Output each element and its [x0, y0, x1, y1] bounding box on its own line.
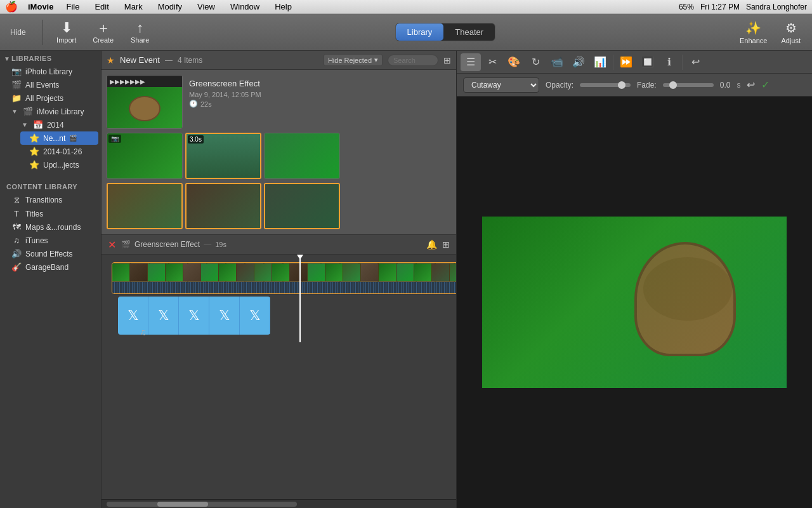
fade-confirm-button[interactable]: ✓	[761, 79, 769, 91]
menu-edit[interactable]: Edit	[92, 2, 111, 11]
sidebar-item-2014[interactable]: ▼ 📅 2014	[13, 118, 98, 131]
speed-button[interactable]: ⏩	[616, 53, 636, 71]
import-button[interactable]: ⬇ Import	[51, 18, 82, 46]
event-upd-label: Upd...jects	[43, 161, 79, 170]
year-icon: 📅	[33, 120, 43, 130]
crop-button[interactable]: ✂	[482, 53, 502, 71]
opacity-slider-thumb[interactable]	[618, 81, 625, 89]
fade-slider[interactable]	[663, 83, 714, 87]
event-upd-icon: ⭐	[29, 160, 39, 170]
create-button[interactable]: ＋ Create	[88, 18, 119, 46]
timeline-scrollbar[interactable]	[107, 502, 297, 507]
sidebar-item-all-events[interactable]: 🎬 All Events	[3, 78, 98, 91]
share-button[interactable]: ↑ Share	[124, 18, 156, 46]
sidebar-item-titles[interactable]: T Titles	[3, 207, 98, 220]
clip-small-3[interactable]	[264, 133, 340, 179]
sidebar-item-event-2014[interactable]: ⭐ 2014-01-26	[20, 145, 98, 158]
year-label: 2014	[47, 121, 64, 130]
sidebar-item-garageband[interactable]: 🎸 GarageBand	[3, 260, 98, 274]
clapperboard-icon: ▶▶▶▶▶▶▶	[110, 78, 145, 85]
libraries-header[interactable]: ▼ LIBRARIES	[0, 51, 101, 65]
library-button[interactable]: Library	[396, 23, 444, 41]
search-input[interactable]	[388, 55, 438, 66]
apple-menu[interactable]: 🍎	[5, 1, 18, 13]
volume-button[interactable]: 🔊	[568, 53, 589, 71]
enhance-button[interactable]: ✨ Enhance	[735, 18, 772, 47]
event-title: New Event	[120, 55, 160, 65]
grid-view-button[interactable]: ⊞	[443, 55, 451, 65]
hide-button[interactable]: Hide	[6, 27, 30, 38]
hide-rejected-button[interactable]: Hide Rejected ▾	[324, 54, 383, 66]
equalizer-button[interactable]: 📊	[590, 53, 610, 71]
frame-11	[290, 264, 308, 281]
clip-small-6[interactable]	[264, 183, 340, 229]
menu-mark[interactable]: Mark	[122, 2, 145, 11]
crop-rotate-button[interactable]: ↻	[525, 53, 546, 71]
imovie-library-label: iMovie Library	[37, 107, 84, 116]
info-button[interactable]: ℹ	[659, 53, 679, 71]
menu-view[interactable]: View	[195, 2, 218, 11]
fade-label: Fade:	[637, 81, 657, 90]
preview-area	[457, 97, 812, 508]
clip-small-2[interactable]: 3.0s	[185, 133, 261, 179]
menu-modify[interactable]: Modify	[155, 2, 185, 11]
toolbar-left: Hide	[6, 27, 30, 38]
stabilize-button[interactable]: 📹	[547, 53, 567, 71]
timeline: 𝕏 𝕏 𝕏 𝕏 𝕏 ♫	[102, 255, 456, 508]
library-theater-switcher: Library Theater	[395, 23, 496, 41]
duration-value: 22s	[200, 100, 212, 108]
main-track-container[interactable]	[112, 262, 456, 294]
undo-button[interactable]: ↩	[685, 53, 705, 71]
main-toolbar: Hide ⬇ Import ＋ Create ↑ Share Library T…	[0, 14, 812, 51]
clip-view-button[interactable]: ☰	[461, 53, 481, 71]
sidebar-item-itunes[interactable]: ♫ iTunes	[3, 234, 98, 247]
clip-small-4[interactable]	[107, 183, 183, 229]
imovie-library-icon: 🎬	[23, 107, 33, 116]
year-2014-group: ▼ 📅 2014 ⭐ Ne...nt 🎬 ⭐ 2014-01-26	[10, 118, 101, 171]
maps-label: Maps &...rounds	[25, 223, 81, 232]
event-separator: —	[165, 56, 173, 65]
sidebar-item-iphoto[interactable]: 📷 iPhoto Library	[3, 65, 98, 78]
adjust-button[interactable]: ⚙ Adjust	[776, 18, 806, 47]
clip-small-1[interactable]: 📷	[107, 133, 183, 179]
menu-help[interactable]: Help	[272, 2, 294, 11]
event-ne-badge: 🎬	[69, 135, 77, 142]
close-timeline-button[interactable]: ✕	[108, 239, 116, 251]
theater-button[interactable]: Theater	[443, 23, 495, 41]
timeline-dash: —	[204, 240, 211, 249]
sidebar-item-transitions[interactable]: ⧖ Transitions	[3, 193, 98, 207]
menu-file[interactable]: File	[63, 2, 82, 11]
timeline-scroll-area[interactable]: 𝕏 𝕏 𝕏 𝕏 𝕏 ♫	[102, 255, 456, 499]
clip-large-1[interactable]: ▶▶▶▶▶▶▶	[107, 75, 183, 129]
sidebar-item-event-upd[interactable]: ⭐ Upd...jects	[20, 158, 98, 171]
timeline-right-buttons: 🔔 ⊞	[426, 239, 450, 250]
film-strip-icon: 🎬	[121, 240, 131, 249]
fade-undo-button[interactable]: ↩	[747, 79, 755, 91]
sidebar-item-maps[interactable]: 🗺 Maps &...rounds	[3, 220, 98, 234]
sidebar-item-sound-effects[interactable]: 🔊 Sound Effects	[3, 247, 98, 260]
music-note-icon: ♫	[140, 327, 147, 337]
sidebar-item-imovie-library[interactable]: ▼ 🎬 iMovie Library	[3, 105, 98, 118]
sidebar-item-all-projects[interactable]: 📁 All Projects	[3, 91, 98, 105]
sidebar-item-event-ne[interactable]: ⭐ Ne...nt 🎬	[20, 131, 98, 145]
scrollbar-thumb[interactable]	[157, 502, 208, 507]
titles-icon: T	[11, 209, 22, 218]
frame-7	[219, 264, 237, 281]
color-balance-button[interactable]: 🎨	[504, 53, 524, 71]
clock-icon: 🕐	[189, 100, 198, 108]
main-video-track	[112, 262, 456, 294]
clip-info-button[interactable]: 🔲	[638, 53, 658, 71]
menu-window[interactable]: Window	[228, 2, 262, 11]
content-library-header: CONTENT LIBRARY	[0, 179, 101, 193]
cutaway-select[interactable]: Cutaway	[463, 77, 539, 93]
frame-16	[379, 264, 396, 281]
event-ne-icon: ⭐	[29, 133, 39, 143]
timeline-divider: ✕ 🎬 Greenscreen Effect — 19s 🔔 ⊞	[102, 234, 456, 255]
app-container: Hide ⬇ Import ＋ Create ↑ Share Library T…	[0, 14, 812, 508]
clip-small-5[interactable]	[185, 183, 261, 229]
grid-timeline-icon[interactable]: ⊞	[442, 239, 450, 250]
fade-slider-thumb[interactable]	[669, 81, 677, 89]
content-area: ▼ LIBRARIES 📷 iPhoto Library 🎬 All Event…	[0, 51, 812, 508]
clips-area: ▶▶▶▶▶▶▶ Greenscreen Effect May 9, 2014, …	[102, 70, 456, 234]
opacity-slider[interactable]	[580, 83, 631, 87]
